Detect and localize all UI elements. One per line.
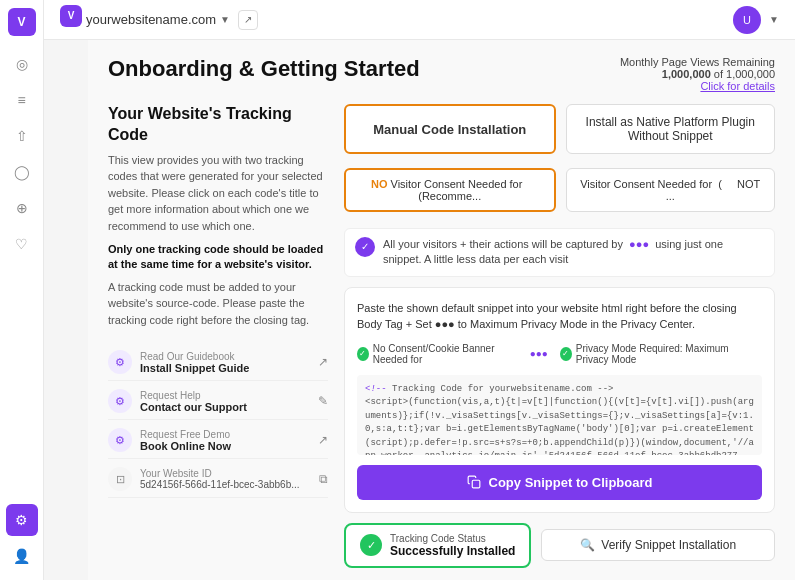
snippet-badges: ✓ No Consent/Cookie Banner Needed for ●●… — [357, 343, 762, 365]
demo-icon: ⚙ — [108, 428, 132, 452]
tracking-note: A tracking code must be added to your we… — [108, 279, 328, 329]
support-text: Contact our Support — [140, 401, 247, 413]
snippet-box: Paste the shown default snippet into you… — [344, 287, 775, 513]
logo: V — [8, 8, 36, 36]
code-body: <script>(function(vis,a,t){t|=v[t]|funct… — [365, 397, 754, 455]
website-id-label: Your Website ID — [140, 468, 300, 479]
consent-active-text: Visitor Consent Needed for (Recomme... — [391, 178, 529, 202]
sidebar-item-goals[interactable]: ◯ — [6, 156, 38, 188]
link-item-demo[interactable]: ⚙ Request Free Demo Book Online Now ↗ — [108, 422, 328, 459]
page-header: Onboarding & Getting Started Monthly Pag… — [108, 56, 775, 92]
consent-options: NO Visitor Consent Needed for (Recomme..… — [344, 168, 775, 212]
avatar-chevron: ▼ — [769, 14, 779, 25]
sidebar-item-heatmaps[interactable]: ♡ — [6, 228, 38, 260]
site-selector[interactable]: V yourwebsitename.com ▼ — [60, 5, 230, 35]
guidebook-label: Read Our Guidebook — [140, 351, 249, 362]
sidebar-item-settings[interactable]: ⚙ — [6, 504, 38, 536]
guidebook-arrow: ↗ — [318, 355, 328, 369]
main-content: Onboarding & Getting Started Monthly Pag… — [88, 40, 795, 580]
manual-install-button[interactable]: Manual Code Installation — [344, 104, 556, 154]
dropdown-arrow: ▼ — [220, 14, 230, 25]
no-consent-button[interactable]: NO Visitor Consent Needed for (Recomme..… — [344, 168, 556, 212]
code-block: <!-- Tracking Code for yourwebsitename.c… — [357, 375, 762, 455]
search-icon: 🔍 — [580, 538, 595, 552]
site-name: yourwebsitename.com — [86, 12, 216, 27]
website-id-text: 5d24156f-566d-11ef-bcec-3abb6b... — [140, 479, 300, 490]
capture-notice: ✓ All your visitors + their actions will… — [344, 228, 775, 277]
topbar-left: V yourwebsitename.com ▼ ↗ — [60, 5, 258, 35]
support-edit: ✎ — [318, 394, 328, 408]
sidebar-item-events[interactable]: ⇧ — [6, 120, 38, 152]
website-id-copy[interactable]: ⧉ — [319, 472, 328, 486]
support-icon: ⚙ — [108, 389, 132, 413]
topbar: V yourwebsitename.com ▼ ↗ U ▼ — [44, 0, 795, 40]
tracking-title: Your Website's Tracking Code — [108, 104, 328, 146]
sidebar-item-analytics[interactable]: ◎ — [6, 48, 38, 80]
monthly-views-label: Monthly Page Views Remaining 1,000,000 o… — [620, 56, 775, 80]
sidebar-item-pages[interactable]: ≡ — [6, 84, 38, 116]
badge-no-consent: ✓ No Consent/Cookie Banner Needed for ●●… — [357, 343, 548, 365]
status-label: Tracking Code Status — [390, 533, 515, 544]
demo-arrow: ↗ — [318, 433, 328, 447]
sidebar: V ◎ ≡ ⇧ ◯ ⊕ ♡ ⚙ 👤 — [0, 0, 44, 580]
copy-snippet-button[interactable]: Copy Snippet to Clipboard — [357, 465, 762, 500]
external-link-button[interactable]: ↗ — [238, 10, 258, 30]
bottom-row: ✓ Tracking Code Status Successfully Inst… — [344, 523, 775, 568]
no-label: NO — [371, 178, 388, 190]
website-id-icon: ⊡ — [108, 467, 132, 491]
avatar[interactable]: U — [733, 6, 761, 34]
site-logo: V — [60, 5, 82, 27]
tracking-desc: This view provides you with two tracking… — [108, 152, 328, 235]
verify-button[interactable]: 🔍 Verify Snippet Installation — [541, 529, 775, 561]
link-items: ⚙ Read Our Guidebook Install Snippet Gui… — [108, 344, 328, 498]
capture-text: All your visitors + their actions will b… — [383, 237, 764, 268]
header-left: Onboarding & Getting Started — [108, 56, 420, 82]
right-panel: Manual Code Installation Install as Nati… — [344, 104, 775, 580]
native-install-button[interactable]: Install as Native Platform Plugin Withou… — [566, 104, 776, 154]
consent-button[interactable]: Visitor Consent Needed for ( NOT ... — [566, 168, 776, 212]
code-label-start: <!-- — [365, 384, 392, 394]
link-item-website-id[interactable]: ⊡ Your Website ID 5d24156f-566d-11ef-bce… — [108, 461, 328, 498]
badge-check-1: ✓ — [357, 347, 369, 361]
tracking-warning: Only one tracking code should be loaded … — [108, 242, 328, 273]
support-label: Request Help — [140, 390, 247, 401]
copy-label: Copy Snippet to Clipboard — [489, 475, 653, 490]
badge-privacy: ✓ Privacy Mode Required: Maximum Privacy… — [560, 343, 762, 365]
demo-text: Book Online Now — [140, 440, 231, 452]
status-check-icon: ✓ — [360, 534, 382, 556]
install-options: Manual Code Installation Install as Nati… — [344, 104, 775, 154]
capture-circle: ✓ — [355, 237, 375, 257]
click-for-details[interactable]: Click for details — [620, 80, 775, 92]
demo-label: Request Free Demo — [140, 429, 231, 440]
content-grid: Your Website's Tracking Code This view p… — [108, 104, 775, 580]
svg-rect-0 — [472, 481, 480, 489]
status-badge: ✓ Tracking Code Status Successfully Inst… — [344, 523, 531, 568]
consent-inactive-text: Visitor Consent Needed for ( NOT ... — [580, 178, 760, 202]
header-right: Monthly Page Views Remaining 1,000,000 o… — [620, 56, 775, 92]
verify-label: Verify Snippet Installation — [601, 538, 736, 552]
page-title: Onboarding & Getting Started — [108, 56, 420, 82]
left-panel: Your Website's Tracking Code This view p… — [108, 104, 328, 580]
copy-icon — [467, 475, 481, 489]
snippet-instruction: Paste the shown default snippet into you… — [357, 300, 762, 333]
badge-check-2: ✓ — [560, 347, 572, 361]
tracking-section: Your Website's Tracking Code This view p… — [108, 104, 328, 328]
sidebar-item-users[interactable]: 👤 — [6, 540, 38, 572]
link-item-support[interactable]: ⚙ Request Help Contact our Support ✎ — [108, 383, 328, 420]
status-value: Successfully Installed — [390, 544, 515, 558]
guidebook-icon: ⚙ — [108, 350, 132, 374]
guidebook-text: Install Snippet Guide — [140, 362, 249, 374]
code-label-text: Tracking Code for yourwebsitename.com --… — [392, 384, 613, 394]
topbar-right: U ▼ — [733, 6, 779, 34]
sidebar-item-funnels[interactable]: ⊕ — [6, 192, 38, 224]
link-item-guidebook[interactable]: ⚙ Read Our Guidebook Install Snippet Gui… — [108, 344, 328, 381]
